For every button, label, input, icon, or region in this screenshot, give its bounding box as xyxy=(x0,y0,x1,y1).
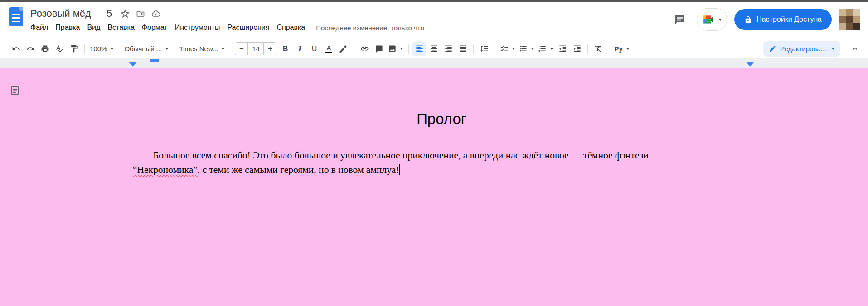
paint-icon xyxy=(70,44,78,53)
redo-button[interactable] xyxy=(24,42,37,56)
pencil-icon xyxy=(769,45,776,53)
meet-icon xyxy=(703,14,714,25)
align-center-button[interactable] xyxy=(427,42,441,56)
comments-icon[interactable] xyxy=(670,10,689,29)
numbered-list-button[interactable] xyxy=(537,42,555,56)
print-icon xyxy=(41,44,49,53)
decrease-indent-button[interactable] xyxy=(556,42,569,56)
docs-logo-fold xyxy=(19,7,23,11)
outline-icon xyxy=(10,85,20,96)
cloud-check-icon[interactable] xyxy=(149,7,163,20)
align-right-button[interactable] xyxy=(441,42,455,56)
star-icon[interactable] xyxy=(118,7,132,20)
document-title[interactable]: Розовый мёд — 5 xyxy=(30,8,112,19)
docs-logo[interactable] xyxy=(9,7,23,26)
toolbar-divider xyxy=(408,44,409,54)
clear-formatting-button[interactable] xyxy=(592,42,605,56)
link-icon xyxy=(360,44,369,53)
input-tools-button[interactable]: Ру xyxy=(613,42,630,56)
toolbar-divider xyxy=(354,44,354,54)
avatar-pixel xyxy=(839,23,846,30)
paint-format-button[interactable] xyxy=(67,42,81,56)
chevron-down-icon xyxy=(626,48,630,50)
font-select[interactable]: Times New... xyxy=(178,42,226,56)
align-left-button[interactable] xyxy=(412,42,426,56)
document-canvas[interactable]: Пролог Большое всем спасибо! Это было бо… xyxy=(0,68,868,306)
highlight-icon xyxy=(339,44,348,53)
toolbar-divider xyxy=(609,44,609,54)
toolbar-left: 100%Обычный ...Times New...−14+BIUAРу xyxy=(9,42,631,56)
docs-logo-lines xyxy=(12,14,20,22)
paragraph[interactable]: Большое всем спасибо! Это было большое и… xyxy=(133,148,758,177)
menu-item-5[interactable]: Формат xyxy=(138,22,171,33)
show-outline-button[interactable] xyxy=(9,85,21,96)
chevron-up-icon xyxy=(851,44,859,53)
align-right-icon xyxy=(444,44,453,53)
lock-icon xyxy=(744,16,752,24)
highlight-color-button[interactable] xyxy=(336,42,350,56)
checklist-button[interactable] xyxy=(499,42,517,56)
heading-prolog[interactable]: Пролог xyxy=(133,110,750,128)
insert-link-button[interactable] xyxy=(358,42,371,56)
line-spacing-button[interactable] xyxy=(477,42,491,56)
print-button[interactable] xyxy=(38,42,52,56)
menu-item-8[interactable]: Справка xyxy=(273,22,309,33)
chevron-down-icon xyxy=(831,48,835,50)
spellcheck-button[interactable] xyxy=(53,42,66,56)
ruler xyxy=(0,58,868,68)
paragraph-line-2: “Некрономика”, с теми же самыми героями,… xyxy=(133,163,758,177)
last-edit-link[interactable]: Последнее изменение: только что xyxy=(316,24,424,32)
text-color-button[interactable]: A xyxy=(322,42,335,56)
increase-indent-button[interactable] xyxy=(570,42,584,56)
line-spacing-icon xyxy=(480,44,489,53)
checklist-icon xyxy=(500,44,509,53)
chevron-down-icon xyxy=(165,48,169,50)
chevron-down-icon xyxy=(110,48,114,50)
left-indent-marker[interactable] xyxy=(129,62,136,67)
menu-item-7[interactable]: Расширения xyxy=(223,22,273,33)
zoom-select-label: 100% xyxy=(90,45,107,53)
justify-button[interactable] xyxy=(456,42,470,56)
undo-button[interactable] xyxy=(9,42,23,56)
align-left-icon xyxy=(415,44,424,53)
italic-button[interactable]: I xyxy=(293,42,306,56)
misspelled-word: “Некрономика” xyxy=(133,164,198,175)
first-line-indent-marker[interactable] xyxy=(150,59,159,62)
underline-button[interactable]: U xyxy=(307,42,321,56)
align-center-icon xyxy=(430,44,438,53)
clear-format-icon xyxy=(594,44,603,53)
redo-icon xyxy=(26,44,35,53)
styles-select-label: Обычный ... xyxy=(124,45,162,53)
paragraph-line-2-rest: , с теми же самыми героями, но в новом а… xyxy=(198,164,399,175)
zoom-select[interactable]: 100% xyxy=(88,42,115,56)
toolbar-divider xyxy=(84,44,85,54)
avatar[interactable] xyxy=(839,9,860,30)
move-folder-icon[interactable] xyxy=(134,7,147,20)
bullet-list-button[interactable] xyxy=(518,42,536,56)
menu-item-3[interactable]: Вид xyxy=(83,22,104,33)
menu-item-4[interactable]: Вставка xyxy=(104,22,138,33)
collapse-toolbar-button[interactable] xyxy=(848,42,862,56)
indent-icon xyxy=(573,44,582,53)
editing-mode-button[interactable]: Редактирова... xyxy=(763,41,840,57)
font-size-value[interactable]: 14 xyxy=(247,43,264,55)
justify-icon xyxy=(459,44,467,53)
menu-item-2[interactable]: Правка xyxy=(52,22,83,33)
bold-button-label: B xyxy=(283,45,288,53)
toolbar-right: Редактирова... xyxy=(763,41,862,57)
meet-button[interactable] xyxy=(697,8,727,31)
toolbar-divider xyxy=(495,44,495,54)
menu-item-1[interactable]: Файл xyxy=(27,22,52,33)
styles-select[interactable]: Обычный ... xyxy=(123,42,170,56)
underline-button-label: U xyxy=(312,45,317,53)
menu-item-6[interactable]: Инструменты xyxy=(171,22,224,33)
toolbar-divider xyxy=(119,44,119,54)
right-indent-marker[interactable] xyxy=(747,62,754,67)
color-swatch xyxy=(325,52,332,53)
add-comment-button[interactable] xyxy=(372,42,386,56)
font-size-increase-button[interactable]: + xyxy=(264,43,276,55)
bold-button[interactable]: B xyxy=(278,42,292,56)
font-size-decrease-button[interactable]: − xyxy=(235,43,247,55)
share-button[interactable]: Настройки Доступа xyxy=(734,9,832,30)
insert-image-button[interactable] xyxy=(387,42,405,56)
